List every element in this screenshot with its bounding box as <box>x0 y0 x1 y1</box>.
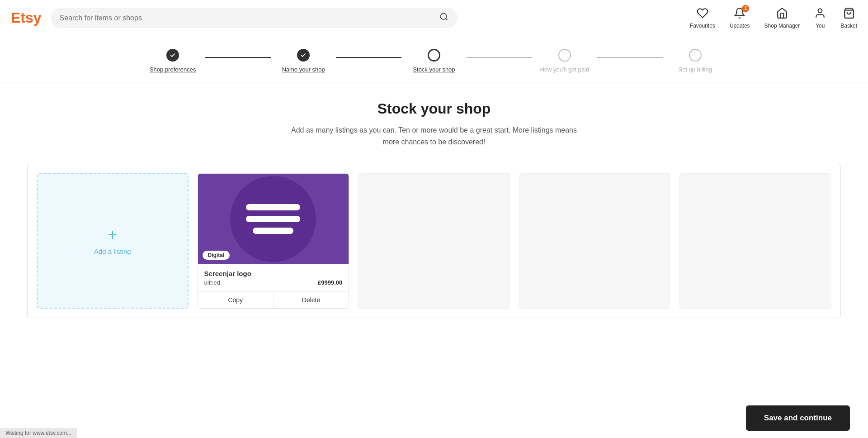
listing-logo-bar-1 <box>246 204 300 210</box>
nav-shop-manager-label: Shop Manager <box>764 23 800 29</box>
basket-icon <box>843 7 855 21</box>
nav-you[interactable]: You <box>814 7 826 29</box>
listing-actions: Copy Delete <box>198 291 349 308</box>
user-icon <box>814 7 826 21</box>
step-name-your-shop: Name your shop <box>271 49 336 73</box>
listing-logo-bar-2 <box>246 216 300 222</box>
add-listing-icon: + <box>108 227 117 243</box>
header-nav: Favourites 1 Updates Shop Manager <box>690 7 857 29</box>
step-circle-stock-your-shop <box>428 49 440 62</box>
step-line-1 <box>205 57 270 58</box>
step-line-3 <box>467 57 532 58</box>
etsy-logo[interactable]: Etsy <box>11 10 42 26</box>
nav-favourites-label: Favourites <box>690 23 715 29</box>
step-stock-your-shop: Stock your shop <box>401 49 467 73</box>
main-content: Stock your shop Add as many listings as … <box>0 82 868 336</box>
step-circle-set-up-billing <box>689 49 702 62</box>
nav-basket-label: Basket <box>840 23 857 29</box>
listing-meta: uifeed £9999.00 <box>204 279 343 286</box>
add-listing-label: Add a listing <box>94 248 131 255</box>
step-label-how-youll-get-paid[interactable]: How you'll get paid <box>540 66 589 73</box>
nav-basket[interactable]: Basket <box>840 7 857 29</box>
heart-icon <box>697 7 708 21</box>
step-shop-preferences: Shop preferences <box>140 49 205 73</box>
nav-favourites[interactable]: Favourites <box>690 7 715 29</box>
step-circle-shop-preferences <box>166 49 179 62</box>
copy-button[interactable]: Copy <box>198 292 274 308</box>
step-label-shop-preferences[interactable]: Shop preferences <box>150 66 196 73</box>
listing-seller: uifeed <box>204 279 220 286</box>
nav-shop-manager[interactable]: Shop Manager <box>764 7 800 29</box>
search-button[interactable] <box>439 12 448 24</box>
listing-price: £9999.00 <box>318 279 342 286</box>
bell-icon: 1 <box>734 7 745 21</box>
listing-card: Digital Screenjar logo uifeed £9999.00 C… <box>198 173 349 309</box>
nav-you-label: You <box>816 23 825 29</box>
delete-button[interactable]: Delete <box>274 292 349 308</box>
nav-updates-label: Updates <box>730 23 750 29</box>
empty-card-1 <box>358 173 510 309</box>
step-how-youll-get-paid: How you'll get paid <box>532 49 597 73</box>
listings-container: + Add a listing Digital Screenjar logo <box>27 164 841 318</box>
svg-point-2 <box>818 9 822 13</box>
digital-badge: Digital <box>203 251 230 260</box>
step-set-up-billing: Set up billing <box>663 49 728 73</box>
search-input[interactable] <box>60 14 435 22</box>
step-circle-name-your-shop <box>297 49 310 62</box>
step-line-2 <box>336 57 401 58</box>
search-bar <box>51 8 458 28</box>
svg-point-0 <box>440 14 446 19</box>
empty-card-2 <box>519 173 671 309</box>
step-line-4 <box>597 57 662 58</box>
nav-updates[interactable]: 1 Updates <box>730 7 750 29</box>
page-subtitle: Add as many listings as you can. Ten or … <box>285 124 583 148</box>
listing-logo-bar-3 <box>253 228 293 234</box>
listing-card-body: Screenjar logo uifeed £9999.00 Copy Dele… <box>198 264 349 308</box>
page-title: Stock your shop <box>27 100 841 117</box>
updates-badge: 1 <box>742 5 749 12</box>
listing-logo-circle <box>230 176 316 262</box>
steps-container: Shop preferences Name your shop Stock yo… <box>140 49 728 73</box>
step-label-stock-your-shop[interactable]: Stock your shop <box>413 66 455 73</box>
add-listing-card[interactable]: + Add a listing <box>37 173 189 309</box>
step-label-set-up-billing[interactable]: Set up billing <box>678 66 712 73</box>
listings-grid: + Add a listing Digital Screenjar logo <box>37 173 831 309</box>
header: Etsy Favourites 1 Updates <box>0 0 868 36</box>
shop-icon <box>776 7 788 21</box>
step-label-name-your-shop[interactable]: Name your shop <box>282 66 325 73</box>
step-circle-how-youll-get-paid <box>558 49 571 62</box>
empty-card-3 <box>679 173 831 309</box>
listing-card-image: Digital <box>198 174 349 264</box>
progress-bar: Shop preferences Name your shop Stock yo… <box>0 36 868 82</box>
svg-line-1 <box>445 19 447 20</box>
listing-name: Screenjar logo <box>204 270 343 277</box>
